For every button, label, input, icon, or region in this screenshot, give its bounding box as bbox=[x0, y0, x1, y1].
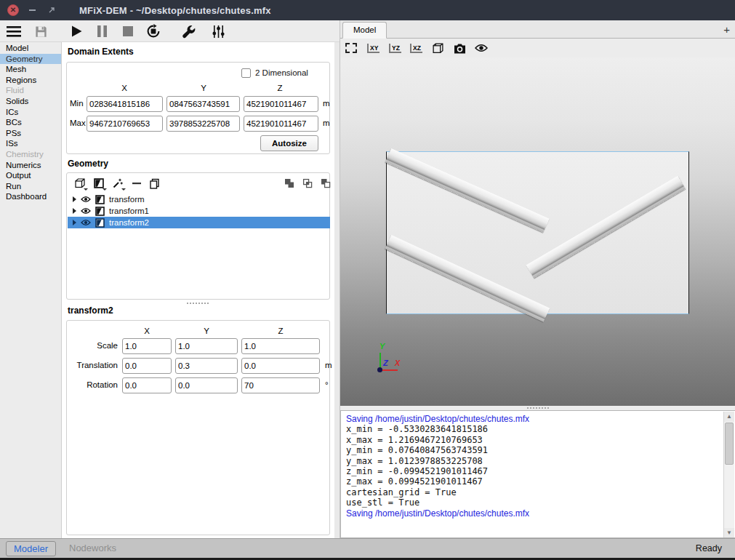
screenshot-camera-icon[interactable] bbox=[454, 41, 466, 55]
boolean-intersect-icon[interactable] bbox=[300, 176, 315, 191]
max-unit: m bbox=[323, 119, 330, 127]
rotation-x-input[interactable] bbox=[122, 377, 172, 393]
translation-y-input[interactable] bbox=[175, 358, 238, 374]
perspective-view-icon[interactable] bbox=[432, 41, 444, 55]
sidebar-item-model[interactable]: Model bbox=[0, 43, 61, 54]
sidebar-item-regions[interactable]: Regions bbox=[0, 75, 61, 86]
settings-wrench-icon[interactable] bbox=[180, 23, 196, 39]
boolean-union-icon[interactable] bbox=[282, 176, 297, 191]
axis-z-label: Z bbox=[383, 359, 388, 367]
scale-z-input[interactable] bbox=[241, 338, 320, 354]
domain-max-y-input[interactable] bbox=[166, 116, 240, 132]
tree-item-label: transform1 bbox=[109, 207, 149, 215]
sidebar-item-dashboard[interactable]: Dashboard bbox=[0, 191, 61, 202]
sidebar-item-solids[interactable]: Solids bbox=[0, 96, 61, 107]
reset-icon[interactable] bbox=[145, 23, 161, 39]
tree-row-transform2[interactable]: transform2 bbox=[68, 217, 330, 228]
sidebar-item-pss[interactable]: PSs bbox=[0, 128, 61, 139]
console-line: cartesian_grid = True bbox=[346, 487, 720, 497]
visibility-eye-icon[interactable] bbox=[81, 219, 91, 226]
modeler-mode-button[interactable]: Modeler bbox=[6, 541, 56, 556]
view-yz-icon[interactable]: YZ bbox=[389, 41, 401, 55]
play-icon[interactable] bbox=[68, 23, 84, 39]
domain-max-z-input[interactable] bbox=[244, 116, 318, 132]
restore-icon[interactable] bbox=[48, 7, 55, 14]
console-line: use_stl = True bbox=[346, 497, 720, 508]
scale-x-input[interactable] bbox=[122, 338, 172, 354]
sidebar-item-geometry[interactable]: Geometry bbox=[0, 54, 61, 65]
add-stl-icon[interactable] bbox=[92, 176, 106, 191]
stl-geometry-icon bbox=[95, 195, 105, 204]
console-line: z_max = 0.0994521901011467 bbox=[346, 476, 720, 487]
sidebar-item-ics[interactable]: ICs bbox=[0, 107, 61, 118]
domain-min-x-input[interactable] bbox=[87, 96, 163, 112]
sidebar-item-bcs[interactable]: BCs bbox=[0, 117, 61, 128]
translation-x-input[interactable] bbox=[122, 358, 172, 374]
translation-z-input[interactable] bbox=[241, 358, 320, 374]
vtk-toolbar: XY YZ XZ bbox=[340, 39, 735, 57]
sidebar-item-output[interactable]: Output bbox=[0, 170, 61, 181]
close-icon[interactable]: ✕ bbox=[7, 4, 19, 16]
scale-y-input[interactable] bbox=[175, 338, 238, 354]
expand-arrow-icon[interactable] bbox=[73, 220, 76, 225]
parameters-sliders-icon[interactable] bbox=[210, 23, 226, 39]
minimize-icon[interactable] bbox=[29, 9, 36, 11]
transform2-box: X Y Z Scale Translation m Rotation ° bbox=[66, 320, 330, 535]
save-icon[interactable] bbox=[33, 23, 49, 39]
view-xz-icon[interactable]: XZ bbox=[410, 41, 422, 55]
panel-splitter-handle[interactable] bbox=[187, 303, 209, 304]
max-row-label: Max bbox=[70, 119, 86, 127]
view-xy-icon[interactable]: XY bbox=[367, 41, 379, 55]
tree-row-transform1[interactable]: transform1 bbox=[68, 205, 330, 217]
autosize-button[interactable]: Autosize bbox=[260, 135, 318, 151]
wand-filter-icon[interactable] bbox=[111, 176, 125, 191]
3d-viewport[interactable]: Y X Z bbox=[340, 57, 735, 406]
add-geometry-icon[interactable] bbox=[73, 176, 87, 191]
domain-max-x-input[interactable] bbox=[87, 116, 163, 132]
axis-orientation-widget: Y X Z bbox=[369, 343, 413, 379]
expand-arrow-icon[interactable] bbox=[73, 196, 76, 202]
visibility-eye-icon[interactable] bbox=[81, 207, 91, 215]
axis-origin-dot bbox=[377, 367, 382, 372]
copy-geometry-icon[interactable] bbox=[147, 176, 161, 191]
pause-icon[interactable] bbox=[94, 23, 110, 39]
rotation-y-input[interactable] bbox=[175, 377, 238, 393]
tab-model[interactable]: Model bbox=[342, 22, 387, 39]
domain-min-y-input[interactable] bbox=[166, 96, 240, 112]
scrollbar-thumb[interactable] bbox=[725, 423, 734, 465]
console-output[interactable]: Saving /home/justin/Desktop/chutes/chute… bbox=[340, 410, 735, 538]
min-unit: m bbox=[323, 99, 330, 108]
tree-row-transform[interactable]: transform bbox=[68, 193, 330, 205]
scroll-down-icon[interactable]: ▼ bbox=[724, 528, 734, 538]
transform-col-x: X bbox=[144, 327, 150, 335]
console-line: Saving /home/justin/Desktop/chutes/chute… bbox=[346, 508, 720, 519]
boolean-difference-icon[interactable] bbox=[318, 176, 333, 191]
sidebar-item-run[interactable]: Run bbox=[0, 181, 61, 192]
console-scrollbar[interactable]: ▲ ▼ bbox=[723, 412, 734, 538]
domain-col-x: X bbox=[121, 84, 127, 92]
remove-geometry-icon[interactable] bbox=[129, 176, 144, 191]
console-splitter-handle[interactable] bbox=[527, 407, 549, 409]
vertical-splitter[interactable] bbox=[334, 42, 340, 538]
stop-icon[interactable] bbox=[120, 23, 136, 39]
translation-row-label: Translation bbox=[67, 361, 118, 369]
console-line: x_max = 1.2169467210769653 bbox=[346, 435, 720, 445]
visibility-menu-eye-icon[interactable] bbox=[475, 41, 488, 55]
nodeworks-mode-button[interactable]: Nodeworks bbox=[69, 543, 116, 553]
fit-view-icon[interactable] bbox=[345, 41, 357, 55]
tree-item-label: transform2 bbox=[109, 218, 149, 227]
domain-extents-title: Domain Extents bbox=[68, 47, 134, 57]
expand-arrow-icon[interactable] bbox=[73, 208, 76, 214]
visibility-eye-icon[interactable] bbox=[81, 196, 91, 203]
sidebar-item-mesh[interactable]: Mesh bbox=[0, 64, 61, 75]
domain-min-z-input[interactable] bbox=[244, 96, 318, 112]
new-tab-button[interactable]: + bbox=[723, 22, 730, 37]
sidebar-item-iss[interactable]: ISs bbox=[0, 138, 61, 149]
transform-col-y: Y bbox=[204, 327, 209, 335]
sidebar-item-numerics[interactable]: Numerics bbox=[0, 160, 61, 171]
menu-icon[interactable] bbox=[6, 23, 22, 39]
scroll-up-icon[interactable]: ▲ bbox=[724, 412, 734, 422]
rotation-z-input[interactable] bbox=[241, 377, 320, 393]
two-dimensional-checkbox[interactable] bbox=[241, 68, 251, 78]
domain-extents-box: 2 Dimensional X Y Z Min m Max m Autosize bbox=[66, 62, 330, 154]
